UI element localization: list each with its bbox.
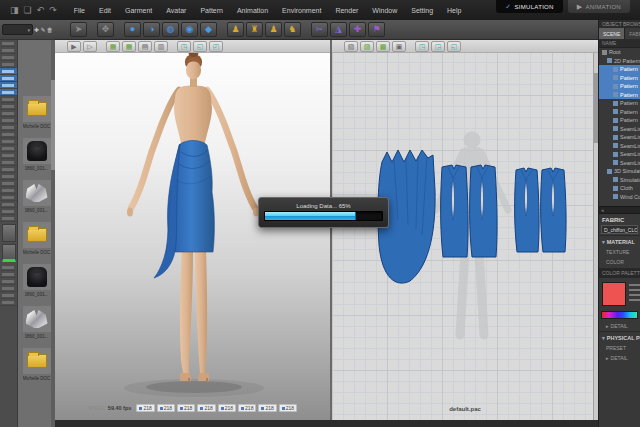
scene-tree-row[interactable]: Pattern [599,108,640,117]
color-spectrum-picker[interactable] [601,311,638,319]
library-item[interactable]: 0860_001... [18,180,55,222]
menu-item[interactable]: Setting [404,5,440,16]
physical-property-header[interactable]: ▾PHYSICAL PROPERTY [599,331,640,343]
tree-strip-row[interactable] [0,201,17,208]
tool-button[interactable]: ◰ [209,41,223,52]
scene-tree-row[interactable]: SeamLine [599,133,640,142]
tree-strip-row[interactable] [0,54,17,61]
menu-item[interactable]: Avatar [159,5,193,16]
tree-strip-row[interactable] [0,68,17,75]
tree-strip-row[interactable] [0,96,17,103]
menu-item[interactable]: Window [365,5,404,16]
library-filter-dropdown[interactable]: ▾ [2,24,33,35]
tree-strip-row[interactable] [0,103,17,110]
scene-tree-row[interactable]: SeamLine [599,142,640,151]
detail-row-2[interactable]: ▸DETAIL [599,353,640,363]
viewport-3d[interactable]: ▶▷▦▦▤▥◳◱◰ [55,40,330,420]
tree-strip-row[interactable] [0,110,17,117]
tool-button[interactable]: ▧ [344,41,358,52]
tree-strip-row[interactable] [0,124,17,131]
tree-strip-row[interactable] [0,292,17,299]
material-section-header[interactable]: ▾MATERIAL [599,235,640,247]
mini-thumbnail[interactable] [2,224,16,242]
tree-strip-row[interactable] [0,173,17,180]
menu-item[interactable]: Edit [92,5,118,16]
library-item[interactable]: Michelle DOC [18,348,55,390]
library-item[interactable]: 0860_001... [18,264,55,306]
tool-button[interactable]: ◉ [181,22,198,37]
menu-item[interactable]: Pattern [193,5,230,16]
tool-button[interactable]: ✂ [311,22,328,37]
menu-item[interactable]: Environment [275,5,328,16]
tree-strip-row[interactable] [0,47,17,54]
tree-strip-row[interactable] [0,299,17,306]
scene-tree-row[interactable]: 2D Pattern [599,57,640,66]
tree-strip-row[interactable] [0,271,17,278]
tool-button[interactable]: ▷ [83,41,97,52]
panel-tab[interactable]: SCENE [599,28,625,39]
tool-button[interactable]: ◑ [143,22,160,37]
quick-icon[interactable]: ↶ [37,6,45,15]
tree-strip-row[interactable] [0,194,17,201]
color-row[interactable]: COLOR [599,257,640,267]
tool-button[interactable]: ♟ [265,22,282,37]
scene-tree-row[interactable]: SeamLine [599,125,640,134]
color-swatch[interactable] [602,282,626,306]
scene-tree-row[interactable]: Pattern [599,91,640,100]
add-icon[interactable]: ✚ [33,24,40,35]
tool-button[interactable]: ◲ [431,41,445,52]
tool-button[interactable]: ♜ [246,22,263,37]
tree-strip-row[interactable] [0,145,17,152]
scene-tree-row[interactable]: Cloth [599,184,640,193]
tool-button[interactable]: ▤ [138,41,152,52]
library-item[interactable]: 0860_001... [18,306,55,348]
scene-tree-row[interactable]: Simulation [599,176,640,185]
scene-tree-row[interactable]: Wind Controller [599,193,640,202]
library-item[interactable]: 0860_001... [18,138,55,180]
panel-splitter[interactable]: ◂ [599,206,640,214]
tool-button[interactable]: ➤ [70,22,87,37]
tool-button[interactable]: ◱ [193,41,207,52]
menu-item[interactable]: Garment [118,5,159,16]
tree-strip-row[interactable] [0,208,17,215]
tool-button[interactable]: ⚑ [368,22,385,37]
tool-button[interactable]: ● [124,22,141,37]
tool-button[interactable]: ▣ [392,41,406,52]
scene-tree-row[interactable]: Pattern [599,99,640,108]
tree-strip-row[interactable] [0,75,17,82]
detail-row[interactable]: ▸DETAIL [599,321,640,331]
tree-strip-row[interactable] [0,285,17,292]
tool-button[interactable]: ◳ [415,41,429,52]
menu-item[interactable]: Animation [230,5,275,16]
trash-icon[interactable]: 🗑 [46,24,53,35]
tree-strip-row[interactable] [0,278,17,285]
tree-strip-row[interactable] [0,180,17,187]
tree-strip-row[interactable] [0,166,17,173]
scene-tree-row[interactable]: Pattern [599,116,640,125]
scene-tree-row[interactable]: Root [599,48,640,57]
tree-strip-row[interactable] [0,89,17,96]
tool-button[interactable]: ◆ [200,22,217,37]
texture-row[interactable]: TEXTURE [599,247,640,257]
scene-tree-row[interactable]: Pattern [599,65,640,74]
tree-strip-row[interactable] [0,82,17,89]
menu-item[interactable]: File [67,5,92,16]
menu-item[interactable]: Help [440,5,468,16]
library-item[interactable]: Michelle DOC [18,222,55,264]
tree-strip-row[interactable] [0,131,17,138]
tool-button[interactable]: ◍ [162,22,179,37]
scene-tree-row[interactable]: SeamLine [599,150,640,159]
fabric-name-field[interactable]: D_chiffon_CLO_fabric [601,225,638,234]
mode-tab[interactable]: ▶ ANIMATION [568,0,630,13]
tool-button[interactable]: ✚ [349,22,366,37]
mini-thumbnail-selected[interactable] [2,244,16,262]
tree-strip-row[interactable] [0,40,17,47]
scene-tree-row[interactable]: Pattern [599,74,640,83]
tree-strip-row[interactable] [0,152,17,159]
panel-tab[interactable]: FABRIC [625,28,640,39]
scene-tree-row[interactable]: 3D Simulation [599,167,640,176]
tool-button[interactable]: ▶ [67,41,81,52]
tool-button[interactable]: ◱ [447,41,461,52]
tool-button[interactable]: ▥ [154,41,168,52]
tool-button[interactable]: ▩ [376,41,390,52]
